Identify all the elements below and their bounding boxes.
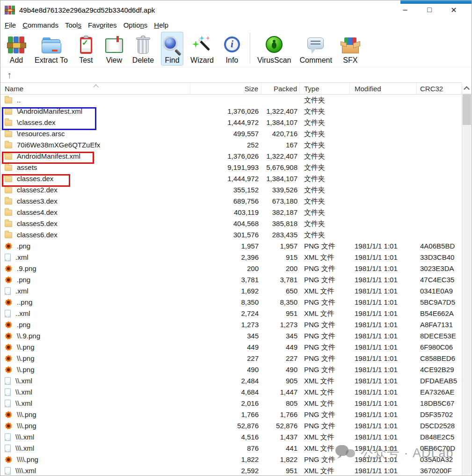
- file-row[interactable]: \\.9.png345345PNG 文件1981/1/1 1:018DECE53…: [0, 330, 462, 342]
- toolbar-button-comment[interactable]: Comment: [298, 32, 334, 66]
- file-name: classes4.dex: [17, 207, 58, 218]
- file-size: 4,516: [190, 432, 261, 443]
- column-header-modified[interactable]: Modified: [350, 83, 417, 94]
- file-type: 文件夹: [300, 128, 350, 139]
- file-size: 449: [190, 342, 261, 353]
- file-row[interactable]: AndroidManifest.xml1,376,0261,322,407文件夹: [0, 151, 462, 162]
- toolbar-button-sfx[interactable]: SFX: [339, 32, 362, 66]
- file-row[interactable]: .png1,9571,957PNG 文件1981/1/1 1:014A06B5B…: [0, 241, 462, 252]
- file-name: classes.dex: [17, 173, 53, 184]
- menu-item-file[interactable]: File: [5, 21, 16, 29]
- file-row[interactable]: \\.xml2,484905XML 文件1981/1/1 1:01DFDAEAB…: [0, 375, 462, 387]
- vertical-scrollbar[interactable]: [462, 83, 471, 475]
- file-modified: [350, 184, 417, 196]
- png-file-icon: [5, 299, 12, 306]
- menu-item-options[interactable]: Options: [123, 21, 148, 29]
- file-row[interactable]: \\.xml4,6841,447XML 文件1981/1/1 1:01EA732…: [0, 387, 462, 398]
- file-row[interactable]: ..文件夹: [0, 95, 462, 106]
- file-type: 文件夹: [300, 173, 350, 184]
- file-type: PNG 文件: [300, 364, 350, 375]
- file-row[interactable]: \\\.png1,7661,766PNG 文件1981/1/1 1:01D5F3…: [0, 409, 462, 420]
- file-size: 1,376,026: [190, 151, 261, 162]
- toolbar-button-delete[interactable]: Delete: [131, 32, 155, 66]
- sfx-box-icon: [341, 35, 360, 56]
- menu-item-help[interactable]: Help: [154, 21, 168, 29]
- file-name-cell: \\.png: [0, 364, 190, 375]
- file-row[interactable]: \\\.xml4,5161,437XML 文件1981/1/1 1:01D848…: [0, 432, 462, 443]
- file-modified: [350, 95, 417, 106]
- file-type: PNG 文件: [300, 409, 350, 420]
- file-row[interactable]: \\\\.xml2,592951XML 文件1981/1/1 1:0136702…: [0, 465, 462, 476]
- folder-file-icon: [5, 198, 12, 205]
- file-row[interactable]: .9.png200200PNG 文件1981/1/1 1:013023E3DA: [0, 263, 462, 274]
- file-row[interactable]: .png1,2731,273PNG 文件1981/1/1 1:01A8FA713…: [0, 319, 462, 330]
- file-row[interactable]: classes6.dex301,576283,435文件夹: [0, 229, 462, 241]
- column-header-packed[interactable]: Packed: [261, 83, 300, 94]
- file-packed: 1,447: [261, 387, 300, 398]
- toolbar-button-info[interactable]: Info: [221, 32, 243, 66]
- file-row[interactable]: \\\.png52,87652,876PNG 文件1981/1/1 1:01D5…: [0, 420, 462, 432]
- file-size: 876: [190, 443, 261, 454]
- file-packed: 167: [261, 139, 300, 151]
- file-row[interactable]: \\.png449449PNG 文件1981/1/1 1:016F980C06: [0, 342, 462, 353]
- file-packed: 1,957: [261, 241, 300, 252]
- file-row[interactable]: classes2.dex355,152339,526文件夹: [0, 184, 462, 196]
- file-packed: 673,180: [261, 196, 300, 207]
- maximize-button[interactable]: □: [417, 0, 442, 19]
- file-modified: [350, 162, 417, 173]
- file-row[interactable]: assets9,191,9935,676,908文件夹: [0, 162, 462, 173]
- close-button[interactable]: ✕: [442, 0, 466, 19]
- column-header-size[interactable]: Size: [190, 83, 261, 94]
- file-row[interactable]: \classes.dex1,444,9721,384,107文件夹: [0, 117, 462, 128]
- file-row[interactable]: classes4.dex403,119382,187文件夹: [0, 207, 462, 218]
- winrar-window: 49b4e8d76132e296a29cd52b3340d6df.apk –□✕…: [0, 0, 472, 476]
- file-name: \AndroidManifest.xml: [17, 106, 82, 117]
- file-row[interactable]: classes5.dex404,568385,818文件夹: [0, 218, 462, 229]
- menu-item-favorites[interactable]: Favorites: [88, 21, 117, 29]
- address-bar: ↑: [0, 67, 472, 82]
- file-row[interactable]: classes3.dex689,756673,180文件夹: [0, 196, 462, 207]
- up-one-level-icon[interactable]: ↑: [7, 70, 12, 80]
- column-header-type[interactable]: Type: [300, 83, 350, 94]
- folder-file-icon: [5, 176, 12, 182]
- file-row[interactable]: \\.png227227PNG 文件1981/1/1 1:01C858BED6: [0, 353, 462, 364]
- column-header-crc32[interactable]: CRC32: [417, 83, 458, 94]
- toolbar-button-extract-to[interactable]: Extract To: [33, 32, 69, 66]
- file-name-cell: \\\\.xml: [0, 465, 190, 476]
- file-row[interactable]: ..xml2,724951XML 文件1981/1/1 1:01B54E662A: [0, 308, 462, 319]
- file-name-cell: \\\.xml: [0, 432, 190, 443]
- file-type: 文件夹: [300, 207, 350, 218]
- toolbar-button-add[interactable]: Add: [5, 32, 28, 66]
- file-crc32: 5BC9A7D5: [417, 297, 458, 308]
- toolbar-button-view[interactable]: View: [103, 32, 125, 66]
- file-size: 404,568: [190, 218, 261, 229]
- menu-item-commands[interactable]: Commands: [22, 21, 58, 29]
- file-type: PNG 文件: [300, 319, 350, 330]
- file-modified: [350, 218, 417, 229]
- file-row[interactable]: \AndroidManifest.xml1,376,0261,322,407文件…: [0, 106, 462, 117]
- file-row[interactable]: \resources.arsc499,557420,716文件夹: [0, 128, 462, 139]
- toolbar-button-find[interactable]: Find: [161, 32, 183, 66]
- toolbar-button-test[interactable]: Test: [75, 32, 97, 66]
- file-name-cell: \\.xml: [0, 387, 190, 398]
- file-row[interactable]: \\.png490490PNG 文件1981/1/1 1:014CE92B29: [0, 364, 462, 375]
- file-row[interactable]: .png3,7813,781PNG 文件1981/1/1 1:0147C4EC3…: [0, 274, 462, 286]
- file-row[interactable]: ..png8,3508,350PNG 文件1981/1/1 1:015BC9A7…: [0, 297, 462, 308]
- file-row[interactable]: .xml1,692650XML 文件1981/1/1 1:010341E0A9: [0, 286, 462, 297]
- scrollbar-thumb[interactable]: [463, 94, 471, 125]
- file-row[interactable]: \\.xml2,016805XML 文件1981/1/1 1:0118DB5C6…: [0, 398, 462, 409]
- file-row[interactable]: 70i6We38mXGe6QTZuEfx252167文件夹: [0, 139, 462, 151]
- menu-item-tools[interactable]: Tools: [65, 21, 81, 29]
- scroll-up-icon[interactable]: [462, 83, 471, 93]
- file-crc32: [417, 117, 458, 128]
- file-name: classes3.dex: [17, 196, 58, 207]
- file-type: XML 文件: [300, 375, 350, 387]
- toolbar-button-virusscan[interactable]: VirusScan: [256, 32, 293, 66]
- file-row[interactable]: .xml2,396915XML 文件1981/1/1 1:0133D3CB40: [0, 252, 462, 263]
- toolbar-button-wizard[interactable]: Wizard: [189, 32, 215, 66]
- minimize-button[interactable]: –: [393, 0, 417, 19]
- file-type: XML 文件: [300, 286, 350, 297]
- png-file-icon: [5, 422, 12, 430]
- file-crc32: 18DB5C67: [417, 398, 458, 409]
- file-row[interactable]: classes.dex1,444,9721,384,107文件夹: [0, 173, 462, 184]
